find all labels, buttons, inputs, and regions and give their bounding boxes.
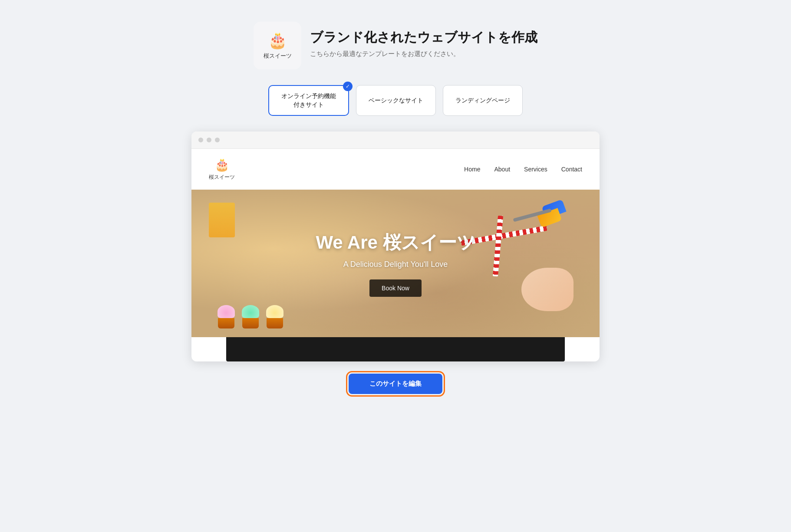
- cupcake-3-bottom: [267, 318, 283, 328]
- cupcake-1-top: [218, 305, 235, 318]
- cupcake-1: [218, 305, 235, 328]
- cupcake-1-bottom: [218, 318, 234, 328]
- hero-book-now-button[interactable]: Book Now: [369, 279, 422, 297]
- browser-toolbar: [191, 131, 600, 149]
- cupcake-3: [266, 305, 283, 328]
- nav-about[interactable]: About: [494, 166, 510, 173]
- browser-dot-2: [207, 138, 211, 142]
- browser-dot-3: [215, 138, 220, 142]
- hand-decoration: [521, 268, 573, 311]
- browser-dot-1: [198, 138, 203, 142]
- brand-logo-box: 🎂 桜スイーツ: [254, 22, 301, 69]
- preview-footer-bar: [226, 337, 565, 361]
- site-header: 🎂 桜スイーツ Home About Services Contact: [191, 149, 600, 190]
- cupcake-2: [242, 305, 259, 328]
- yellow-decoration: [209, 203, 235, 237]
- tab-landing-page[interactable]: ランディングページ: [443, 85, 523, 116]
- hero-section: We Are 桜スイーツ A Delicious Delight You'll …: [191, 190, 600, 337]
- tab-basic-label: ベーシックなサイト: [369, 97, 423, 104]
- ribbon-vertical: [493, 216, 503, 277]
- scissors-decoration: [513, 203, 565, 237]
- tab-booking-site[interactable]: オンライン予約機能付きサイト ✓: [268, 85, 349, 116]
- site-cake-icon: 🎂: [214, 158, 230, 172]
- cupcake-2-bottom: [242, 318, 259, 328]
- nav-contact[interactable]: Contact: [561, 166, 582, 173]
- nav-services[interactable]: Services: [524, 166, 547, 173]
- tab-basic-site[interactable]: ベーシックなサイト: [356, 85, 436, 116]
- nav-home[interactable]: Home: [464, 166, 480, 173]
- page-title: ブランド化されたウェブサイトを作成: [310, 29, 537, 46]
- hero-content: We Are 桜スイーツ A Delicious Delight You'll …: [316, 230, 475, 297]
- tab-landing-label: ランディングページ: [455, 97, 510, 104]
- cupcake-2-top: [242, 305, 259, 318]
- active-check-icon: ✓: [343, 82, 353, 91]
- header-text-area: ブランド化されたウェブサイトを作成 こちらから最適なテンプレートをお選びください…: [310, 22, 537, 58]
- page-header: 🎂 桜スイーツ ブランド化されたウェブサイトを作成 こちらから最適なテンプレート…: [254, 22, 537, 69]
- cupcakes-decoration: [218, 305, 283, 328]
- hero-subtitle: A Delicious Delight You'll Love: [316, 260, 475, 269]
- site-logo: 🎂 桜スイーツ: [209, 158, 235, 181]
- site-logo-name: 桜スイーツ: [209, 174, 235, 181]
- cupcake-3-top: [266, 305, 283, 318]
- edit-site-button[interactable]: このサイトを編集: [349, 374, 442, 394]
- site-nav: Home About Services Contact: [464, 166, 582, 173]
- logo-cake-icon: 🎂: [268, 31, 287, 49]
- tab-booking-label: オンライン予約機能付きサイト: [281, 92, 336, 108]
- hero-title: We Are 桜スイーツ: [316, 230, 475, 255]
- page-subtitle: こちらから最適なテンプレートをお選びください。: [310, 50, 537, 58]
- edit-button-container: このサイトを編集: [349, 374, 442, 394]
- template-tabs: オンライン予約機能付きサイト ✓ ベーシックなサイト ランディングページ: [268, 85, 523, 116]
- logo-brand-name: 桜スイーツ: [264, 52, 292, 60]
- browser-preview: 🎂 桜スイーツ Home About Services Contact: [191, 131, 600, 361]
